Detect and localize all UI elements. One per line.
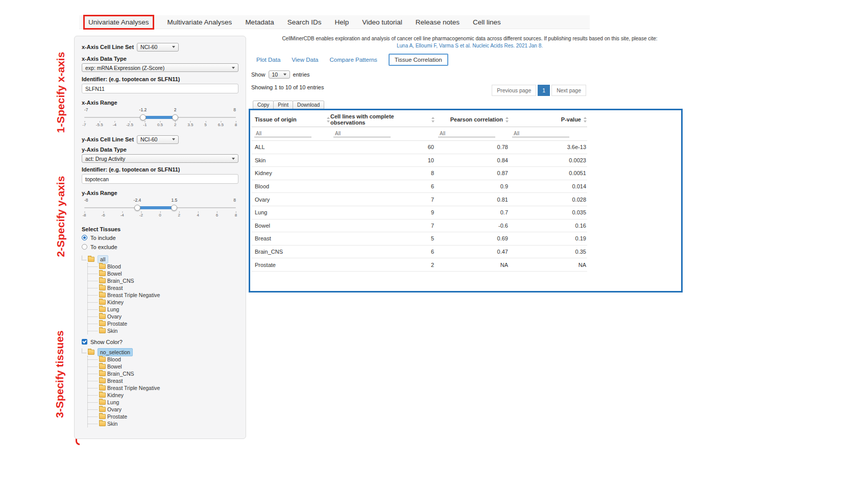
tree-item-lung[interactable]: Lung xyxy=(93,399,238,406)
column-header-pearson[interactable]: Pearson correlation xyxy=(435,116,509,123)
page-1-button[interactable]: 1 xyxy=(538,85,550,96)
tree-item-prostate[interactable]: Prostate xyxy=(93,413,238,420)
sort-icon[interactable] xyxy=(326,117,330,123)
folder-icon xyxy=(99,285,106,290)
nav-univariate-analyses[interactable]: Univariate Analyses xyxy=(83,15,154,30)
cell-p: 0.014 xyxy=(509,183,587,189)
nav-metadata[interactable]: Metadata xyxy=(245,18,274,26)
x-identifier-input[interactable] xyxy=(82,84,238,93)
column-header-cell-lines[interactable]: Cell lines with complete observations xyxy=(330,113,435,126)
y-slider-ticks: -8 -6 -4 -2 0 2 4 6 8 xyxy=(84,211,236,218)
tree-item-skin[interactable]: Skin xyxy=(93,327,238,334)
folder-icon xyxy=(99,328,106,333)
tissues-include-radio[interactable]: To include xyxy=(82,234,238,241)
cell-r: 0.47 xyxy=(435,249,509,255)
y-axis-range-slider[interactable]: -8 -2.4 1.5 8 -8 -6 -4 -2 0 2 4 6 8 xyxy=(84,198,236,219)
tree-item-bowel[interactable]: Bowel xyxy=(93,363,238,370)
tissue-color-tree: no_selection Blood Bowel Brain_CNS Breas… xyxy=(82,348,238,427)
tab-tissue-correlation[interactable]: Tissue Correlation xyxy=(389,54,448,66)
nav-release-notes[interactable]: Release notes xyxy=(416,18,460,26)
y-cell-line-set-select[interactable]: NCI-60 xyxy=(137,135,179,144)
folder-icon xyxy=(99,292,106,298)
x-data-type-select[interactable]: exp: mRNA Expression (Z-Score) xyxy=(82,63,238,72)
x-slider-to-value: 2 xyxy=(174,107,177,112)
table-row: Blood 6 0.9 0.014 xyxy=(251,180,587,193)
nav-help[interactable]: Help xyxy=(334,18,349,26)
tree-item-blood[interactable]: Blood xyxy=(93,356,238,363)
column-label: Tissue of origin xyxy=(255,116,297,123)
nav-search-ids[interactable]: Search IDs xyxy=(287,18,322,26)
x-slider-bar[interactable] xyxy=(143,116,175,119)
y-cell-line-set-value: NCI-60 xyxy=(140,136,157,142)
folder-icon xyxy=(99,421,106,426)
sort-icon[interactable] xyxy=(431,117,435,123)
copy-button[interactable]: Copy xyxy=(253,101,274,109)
folder-icon xyxy=(99,271,106,276)
tree-item-breast[interactable]: Breast xyxy=(93,377,238,384)
tree-root-no-selection[interactable]: no_selection xyxy=(98,348,133,356)
sort-icon[interactable] xyxy=(505,117,509,123)
cell-p: 0.028 xyxy=(509,197,587,203)
folder-icon xyxy=(88,257,94,262)
tree-item-ovary[interactable]: Ovary xyxy=(93,406,238,413)
tab-view-data[interactable]: View Data xyxy=(292,57,318,63)
y-slider-bar[interactable] xyxy=(137,206,174,209)
download-button[interactable]: Download xyxy=(293,101,324,109)
tree-item-kidney[interactable]: Kidney xyxy=(93,299,238,306)
cell-r: -0.6 xyxy=(435,223,509,229)
print-button[interactable]: Print xyxy=(273,101,293,109)
previous-page-button[interactable]: Previous page xyxy=(492,85,536,96)
tree-item-breast-triple-negative[interactable]: Breast Triple Negative xyxy=(93,291,238,299)
cell-tissue: ALL xyxy=(251,144,330,150)
cell-p: 0.19 xyxy=(509,235,587,241)
tree-item-ovary[interactable]: Ovary xyxy=(93,313,238,320)
y-slider-handle-to[interactable] xyxy=(171,205,177,211)
filter-tissue-input[interactable] xyxy=(254,130,311,137)
x-slider-handle-from[interactable] xyxy=(140,114,146,120)
y-slider-handle-from[interactable] xyxy=(134,205,140,211)
x-slider-handle-to[interactable] xyxy=(172,114,178,120)
column-header-pvalue[interactable]: P-value xyxy=(509,116,587,123)
x-slider-max: 8 xyxy=(233,107,236,112)
tree-item-breast-triple-negative[interactable]: Breast Triple Negative xyxy=(93,384,238,392)
filter-pvalue-input[interactable] xyxy=(512,130,569,137)
cell-p: 0.35 xyxy=(509,249,587,255)
chevron-down-icon xyxy=(232,158,235,160)
column-header-tissue[interactable]: Tissue of origin xyxy=(251,116,330,123)
tree-root-all[interactable]: all xyxy=(98,255,108,263)
filter-pearson-input[interactable] xyxy=(438,130,495,137)
folder-icon xyxy=(99,393,106,398)
cell-r: 0.7 xyxy=(435,209,509,215)
tree-item-skin[interactable]: Skin xyxy=(93,420,238,427)
x-cell-line-set-select[interactable]: NCI-60 xyxy=(137,43,179,52)
tree-item-kidney[interactable]: Kidney xyxy=(93,392,238,399)
tree-item-brain-cns[interactable]: Brain_CNS xyxy=(93,370,238,377)
tree-item-bowel[interactable]: Bowel xyxy=(93,270,238,277)
nav-multivariate-analyses[interactable]: Multivariate Analyses xyxy=(167,18,232,26)
tab-plot-data[interactable]: Plot Data xyxy=(256,57,280,63)
y-identifier-input[interactable] xyxy=(82,174,238,184)
nav-cell-lines[interactable]: Cell lines xyxy=(473,18,501,26)
tissues-exclude-radio[interactable]: To exclude xyxy=(82,243,238,251)
exclude-label: To exclude xyxy=(90,244,117,250)
x-axis-range-slider[interactable]: -7 -1.2 2 8 -7 -5.5 -4 -2.5 -1 0.5 2 3.5… xyxy=(84,107,236,129)
next-page-button[interactable]: Next page xyxy=(551,85,586,96)
cell-tissue: Brain_CNS xyxy=(251,249,330,255)
cell-n: 5 xyxy=(330,235,435,241)
tree-item-lung[interactable]: Lung xyxy=(93,306,238,313)
y-data-type-select[interactable]: act: Drug Activity xyxy=(82,154,238,163)
show-color-checkbox[interactable]: Show Color? xyxy=(82,338,238,346)
sort-icon[interactable] xyxy=(583,117,587,123)
y-slider-max: 8 xyxy=(233,198,236,203)
folder-icon xyxy=(99,385,106,391)
cell-p: 0.0023 xyxy=(509,157,587,163)
tab-compare-patterns[interactable]: Compare Patterns xyxy=(330,57,377,63)
nav-video-tutorial[interactable]: Video tutorial xyxy=(362,18,402,26)
entries-count-select[interactable]: 10 xyxy=(269,70,290,79)
tree-item-brain-cns[interactable]: Brain_CNS xyxy=(93,277,238,284)
filter-cell-lines-input[interactable] xyxy=(333,130,391,137)
tree-item-breast[interactable]: Breast xyxy=(93,284,238,291)
tree-item-blood[interactable]: Blood xyxy=(93,263,238,270)
citation-link[interactable]: Luna A, Elloumi F, Varma S et al. Nuclei… xyxy=(250,43,689,48)
tree-item-prostate[interactable]: Prostate xyxy=(93,320,238,327)
